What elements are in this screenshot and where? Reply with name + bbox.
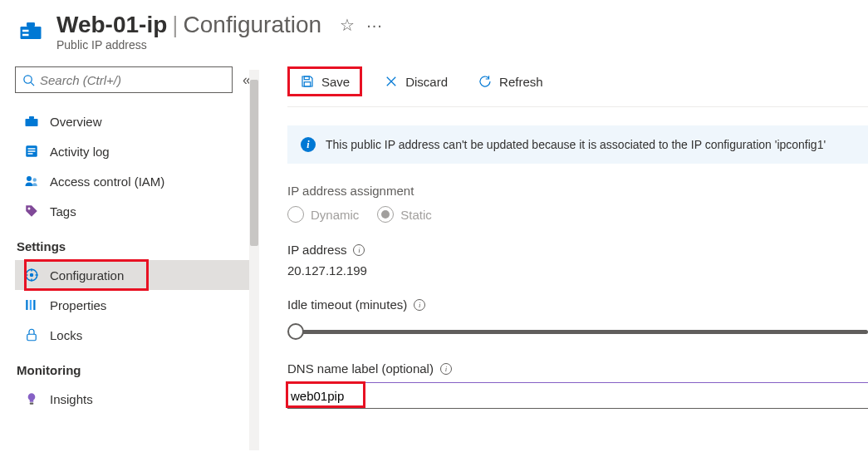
svg-point-16	[30, 273, 34, 278]
radio-static: Static	[377, 206, 432, 223]
svg-rect-18	[30, 300, 32, 310]
assignment-field: IP address assignment Dynamic Static	[287, 184, 868, 223]
more-icon[interactable]: ···	[366, 16, 383, 35]
svg-rect-6	[26, 119, 38, 126]
sidebar-item-label: Access control (IAM)	[50, 174, 164, 189]
discard-label: Discard	[405, 75, 448, 89]
slider-thumb[interactable]	[287, 323, 304, 340]
sidebar-item-label: Activity log	[50, 145, 110, 159]
public-ip-icon	[17, 17, 45, 45]
title-divider: |	[172, 12, 178, 38]
sidebar-item-overview[interactable]: Overview	[15, 106, 259, 136]
tags-icon	[23, 203, 40, 219]
sidebar-item-properties[interactable]: Properties	[15, 290, 259, 320]
svg-rect-23	[304, 82, 311, 86]
refresh-icon	[478, 74, 493, 89]
svg-rect-19	[33, 300, 35, 310]
svg-rect-20	[27, 334, 37, 341]
svg-point-12	[27, 176, 32, 181]
idle-timeout-slider[interactable]	[287, 322, 868, 341]
sidebar-heading-settings: Settings	[15, 226, 259, 260]
access-control-icon	[23, 173, 40, 189]
radio-outer	[287, 206, 304, 223]
page-title: Configuration	[184, 12, 322, 38]
sidebar-item-label: Configuration	[50, 268, 124, 282]
activity-log-icon	[23, 143, 40, 160]
sidebar-item-activity-log[interactable]: Activity log	[15, 136, 259, 166]
sidebar-item-tags[interactable]: Tags	[15, 196, 259, 226]
main-content: Save Discard Refresh i This public IP ad…	[259, 60, 868, 450]
discard-button[interactable]: Discard	[375, 69, 456, 94]
svg-point-4	[24, 75, 32, 82]
ip-address-field: IP address i 20.127.12.199	[287, 243, 868, 278]
ip-label: IP address i	[287, 243, 868, 257]
sidebar-item-locks[interactable]: Locks	[15, 320, 259, 350]
info-tooltip-icon[interactable]: i	[440, 363, 452, 375]
red-highlight-save: Save	[287, 66, 362, 96]
configuration-icon	[23, 267, 40, 283]
svg-point-14	[28, 208, 31, 210]
ip-value: 20.127.12.199	[287, 263, 868, 278]
locks-icon	[23, 327, 40, 343]
dns-name-field: DNS name label (optional) i	[287, 361, 868, 409]
sidebar: « Overview Activity log Access control (…	[0, 60, 259, 450]
discard-icon	[384, 74, 399, 89]
sidebar-heading-monitoring: Monitoring	[15, 350, 259, 384]
info-tooltip-icon[interactable]: i	[353, 244, 365, 256]
svg-rect-1	[27, 22, 35, 27]
properties-icon	[23, 297, 40, 313]
sidebar-item-label: Locks	[50, 328, 82, 342]
resource-type: Public IP address	[56, 38, 851, 52]
sidebar-item-label: Insights	[50, 392, 93, 406]
svg-rect-22	[304, 76, 309, 80]
idle-label: Idle timeout (minutes) i	[287, 297, 868, 312]
radio-dynamic: Dynamic	[287, 206, 359, 223]
svg-rect-7	[29, 116, 34, 119]
page-header: Web-01-ip | Configuration ☆ ··· Public I…	[0, 0, 868, 60]
radio-label: Dynamic	[311, 208, 359, 222]
svg-rect-9	[28, 148, 36, 150]
svg-rect-10	[28, 150, 36, 152]
header-titles: Web-01-ip | Configuration ☆ ··· Public I…	[56, 12, 851, 52]
overview-icon	[23, 113, 40, 130]
dns-name-input[interactable]	[287, 384, 868, 409]
search-input[interactable]	[40, 73, 225, 87]
svg-line-5	[31, 82, 34, 86]
svg-point-13	[33, 178, 37, 182]
save-button[interactable]: Save	[297, 72, 353, 91]
idle-timeout-field: Idle timeout (minutes) i	[287, 297, 868, 341]
toolbar: Save Discard Refresh	[287, 66, 868, 107]
svg-rect-21	[30, 403, 34, 405]
svg-rect-0	[21, 27, 42, 39]
radio-outer	[377, 206, 394, 223]
save-icon	[300, 74, 315, 89]
search-icon	[22, 74, 35, 86]
sidebar-item-access-control[interactable]: Access control (IAM)	[15, 166, 259, 196]
save-label: Save	[321, 75, 350, 89]
svg-rect-17	[26, 300, 27, 310]
svg-rect-3	[22, 34, 29, 37]
search-box[interactable]	[15, 66, 233, 93]
sidebar-item-configuration[interactable]: Configuration	[15, 260, 259, 290]
info-tooltip-icon[interactable]: i	[414, 299, 425, 311]
insights-icon	[23, 391, 40, 407]
radio-label: Static	[400, 208, 432, 222]
svg-rect-2	[22, 30, 29, 32]
svg-rect-11	[28, 153, 33, 155]
sidebar-item-label: Tags	[50, 204, 76, 219]
banner-message: This public IP address can't be updated …	[326, 138, 826, 151]
star-icon[interactable]: ☆	[340, 15, 355, 35]
sidebar-item-label: Overview	[50, 115, 102, 129]
dns-label: DNS name label (optional) i	[287, 361, 868, 376]
info-icon: i	[301, 137, 316, 152]
assignment-label: IP address assignment	[287, 184, 868, 198]
scrollbar-track[interactable]	[249, 70, 259, 450]
info-banner: i This public IP address can't be update…	[287, 125, 868, 164]
sidebar-item-insights[interactable]: Insights	[15, 384, 259, 414]
resource-name: Web-01-ip	[56, 12, 167, 38]
scrollbar-thumb[interactable]	[250, 80, 258, 246]
sidebar-item-label: Properties	[50, 298, 106, 312]
refresh-button[interactable]: Refresh	[469, 69, 552, 94]
refresh-label: Refresh	[499, 75, 543, 89]
